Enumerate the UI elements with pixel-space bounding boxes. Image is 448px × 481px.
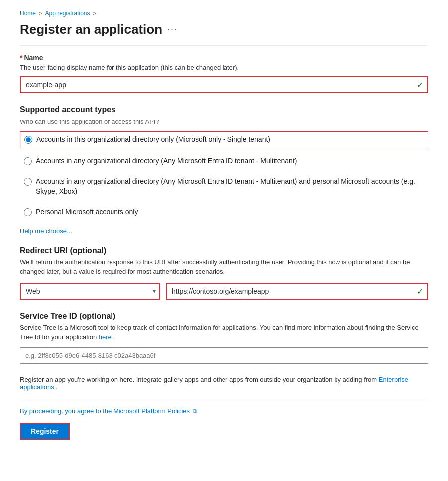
radio-label-3: Accounts in any organizational directory…: [36, 177, 424, 196]
radio-option-1[interactable]: Accounts in this organizational director…: [20, 131, 428, 148]
account-types-title: Supported account types: [20, 105, 428, 114]
uri-input[interactable]: [166, 283, 428, 300]
page-title-ellipsis: ···: [167, 24, 178, 35]
radio-input-1[interactable]: [24, 136, 32, 144]
redirect-uri-description: We'll return the authentication response…: [20, 257, 428, 277]
redirect-uri-section: Redirect URI (optional) We'll return the…: [20, 246, 428, 300]
breadcrumb-sep2: >: [93, 10, 96, 16]
page-title: Register an application: [20, 22, 162, 37]
radio-label-2: Accounts in any organizational directory…: [36, 156, 297, 166]
radio-option-2[interactable]: Accounts in any organizational directory…: [20, 153, 428, 169]
account-types-who-label: Who can use this application or access t…: [20, 118, 428, 125]
radio-input-4[interactable]: [24, 208, 32, 216]
radio-option-4[interactable]: Personal Microsoft accounts only: [20, 204, 428, 220]
radio-label-4: Personal Microsoft accounts only: [36, 207, 138, 217]
bottom-note-text2: .: [56, 383, 58, 391]
breadcrumb-home[interactable]: Home: [20, 10, 36, 17]
service-tree-here-link[interactable]: here: [99, 333, 112, 341]
register-button[interactable]: Register: [20, 423, 70, 440]
redirect-uri-row: Web SPA Public client/native (mobile & d…: [20, 283, 428, 300]
uri-input-wrapper: ✓: [166, 283, 428, 300]
help-me-choose-link[interactable]: Help me choose...: [20, 227, 72, 235]
service-tree-description: Service Tree is a Microsoft tool to keep…: [20, 323, 428, 342]
page-title-row: Register an application ···: [20, 22, 428, 37]
breadcrumb-sep1: >: [39, 10, 42, 16]
platform-select[interactable]: Web SPA Public client/native (mobile & d…: [20, 283, 160, 300]
policy-row: By proceeding, you agree to the Microsof…: [20, 407, 428, 415]
external-link-icon: ⧉: [193, 408, 197, 414]
required-star: *: [20, 54, 22, 62]
uri-checkmark-icon: ✓: [417, 286, 423, 296]
service-tree-desc-end: .: [113, 333, 115, 341]
bottom-note: Register an app you're working on here. …: [20, 376, 428, 391]
policy-link[interactable]: By proceeding, you agree to the Microsof…: [20, 407, 190, 415]
bottom-note-text1: Register an app you're working on here. …: [20, 376, 377, 383]
name-label-text: Name: [24, 54, 43, 62]
service-tree-desc-text: Service Tree is a Microsoft tool to keep…: [20, 324, 419, 341]
breadcrumb: Home > App registrations >: [20, 10, 428, 17]
name-section: * Name The user-facing display name for …: [20, 54, 428, 93]
name-label: * Name: [20, 54, 428, 62]
bottom-divider: [20, 399, 428, 399]
radio-input-3[interactable]: [24, 178, 32, 186]
name-checkmark-icon: ✓: [417, 80, 423, 90]
service-tree-input-wrapper: [20, 347, 428, 364]
top-divider: [20, 45, 428, 46]
name-input-wrapper: ✓: [20, 76, 428, 93]
breadcrumb-app-registrations[interactable]: App registrations: [45, 10, 90, 17]
platform-select-wrapper: Web SPA Public client/native (mobile & d…: [20, 283, 160, 300]
radio-input-2[interactable]: [24, 157, 32, 165]
radio-label-1: Accounts in this organizational director…: [36, 135, 270, 145]
redirect-uri-title: Redirect URI (optional): [20, 246, 428, 255]
name-description: The user-facing display name for this ap…: [20, 64, 428, 71]
service-tree-input[interactable]: [20, 347, 428, 364]
name-input[interactable]: [20, 76, 428, 93]
service-tree-section: Service Tree ID (optional) Service Tree …: [20, 312, 428, 364]
radio-option-3[interactable]: Accounts in any organizational directory…: [20, 174, 428, 199]
account-types-section: Supported account types Who can use this…: [20, 105, 428, 235]
service-tree-title: Service Tree ID (optional): [20, 312, 428, 321]
